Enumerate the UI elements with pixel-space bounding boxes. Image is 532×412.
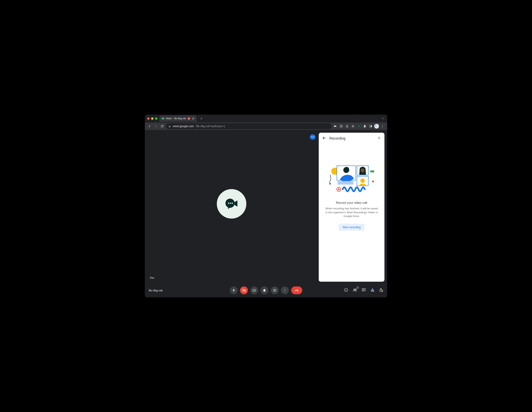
svg-point-60: [382, 291, 382, 291]
camera-indicator-icon[interactable]: [332, 123, 338, 129]
window-traffic-lights: [147, 117, 157, 120]
svg-point-12: [382, 125, 383, 125]
hand-icon: [263, 289, 266, 292]
panel-title: Recording: [329, 137, 374, 141]
panel-close-button[interactable]: [377, 136, 381, 141]
present-button[interactable]: [271, 286, 279, 294]
url-host: meet.google.com: [173, 125, 194, 128]
panel-description: When recording has finished, it will be …: [323, 207, 380, 218]
svg-text:CC: CC: [253, 290, 255, 291]
present-icon: [273, 289, 276, 292]
browser-tab[interactable]: Meet – ftk-rfkg-vdr: [159, 115, 197, 122]
toolbar-right: [332, 123, 385, 129]
svg-point-28: [359, 166, 359, 167]
svg-rect-25: [338, 181, 353, 184]
camera-toggle-button[interactable]: [240, 286, 248, 294]
svg-point-59: [381, 290, 383, 292]
extension-meet-icon[interactable]: [356, 123, 362, 129]
meeting-details-button[interactable]: [344, 288, 348, 293]
start-recording-button[interactable]: Start recording: [339, 224, 365, 231]
bookmark-icon[interactable]: [350, 123, 356, 129]
info-icon: [344, 288, 348, 292]
self-avatar: [217, 189, 246, 219]
self-video-tile: [147, 132, 316, 282]
browser-menu-button[interactable]: [380, 123, 385, 129]
panel-body: Record your video call When recording ha…: [319, 144, 384, 282]
tab-title: Meet – ftk-rfkg-vdr: [166, 117, 186, 120]
svg-point-33: [358, 177, 358, 178]
svg-rect-50: [346, 289, 346, 289]
svg-rect-4: [334, 126, 336, 127]
open-external-icon[interactable]: [338, 123, 344, 129]
mic-toggle-button[interactable]: [230, 286, 238, 294]
svg-point-23: [340, 166, 340, 167]
window-maximize-button[interactable]: [155, 117, 157, 120]
activities-button[interactable]: [370, 288, 375, 293]
leave-call-button[interactable]: [291, 286, 302, 294]
browser-window: Meet – ftk-rfkg-vdr meet.google.com/ftk-…: [145, 115, 387, 297]
svg-rect-3: [169, 126, 170, 127]
chat-button[interactable]: [362, 288, 366, 293]
svg-point-46: [285, 290, 285, 291]
participants-count-badge: 1: [356, 286, 359, 289]
sidepanel-icon[interactable]: [368, 123, 373, 129]
meeting-code[interactable]: ftk-rfkg-vdr: [149, 289, 188, 292]
svg-rect-37: [370, 170, 374, 172]
tab-strip: Meet – ftk-rfkg-vdr: [145, 115, 387, 122]
camera-off-icon: [242, 288, 246, 292]
more-vert-icon: [283, 289, 287, 292]
svg-point-16: [228, 203, 229, 204]
svg-point-27: [358, 166, 358, 167]
shapes-icon: [370, 288, 375, 292]
more-options-button[interactable]: [281, 286, 289, 294]
call-controls: CC: [230, 286, 302, 294]
cc-icon: CC: [252, 288, 256, 292]
window-minimize-button[interactable]: [151, 117, 153, 120]
mic-icon: [232, 289, 236, 292]
svg-point-29: [360, 166, 360, 167]
svg-point-17: [230, 203, 231, 204]
new-tab-button[interactable]: [199, 116, 204, 121]
address-bar[interactable]: meet.google.com/ftk-rfkg-vdr?authuser=1: [166, 123, 332, 129]
share-icon[interactable]: [344, 123, 350, 129]
tile-more-button[interactable]: [310, 134, 315, 140]
svg-point-52: [355, 289, 356, 290]
meet-favicon-icon: [161, 117, 164, 120]
svg-point-11: [375, 124, 376, 125]
svg-rect-57: [373, 290, 374, 292]
recording-illustration: [329, 162, 374, 195]
browser-toolbar: meet.google.com/ftk-rfkg-vdr?authuser=1: [145, 122, 387, 130]
tab-recording-indicator-icon[interactable]: [188, 117, 190, 120]
panel-back-button[interactable]: [322, 136, 326, 141]
extensions-icon[interactable]: [362, 123, 368, 129]
host-controls-button[interactable]: [379, 288, 383, 293]
captions-button[interactable]: CC: [250, 286, 258, 294]
panel-header: Recording: [319, 133, 384, 144]
svg-point-35: [360, 177, 360, 178]
svg-rect-49: [346, 290, 346, 291]
self-tile-label: You: [150, 276, 154, 279]
back-button[interactable]: [147, 123, 152, 129]
chat-icon: [362, 288, 366, 292]
participants-button[interactable]: 1: [352, 288, 357, 293]
url-path: /ftk-rfkg-vdr?authuser=1: [196, 125, 225, 128]
hangup-icon: [294, 288, 299, 293]
tab-list-button[interactable]: [380, 116, 386, 121]
svg-rect-53: [362, 289, 366, 291]
profile-avatar[interactable]: [374, 123, 379, 129]
raise-hand-button[interactable]: [260, 286, 268, 294]
meet-bottom-bar: ftk-rfkg-vdr CC: [145, 283, 387, 297]
svg-rect-40: [233, 289, 234, 291]
meet-app: You Recording: [145, 130, 387, 297]
recording-panel: Recording: [319, 133, 384, 282]
panel-heading: Record your video call: [336, 201, 367, 205]
window-close-button[interactable]: [147, 117, 150, 120]
svg-point-21: [338, 166, 338, 167]
reload-button[interactable]: [159, 123, 165, 129]
tab-close-button[interactable]: [192, 117, 195, 120]
svg-point-13: [382, 126, 383, 126]
svg-point-56: [371, 290, 372, 292]
svg-point-14: [382, 127, 383, 127]
bottom-right-icons: 1: [344, 288, 383, 293]
svg-point-45: [285, 289, 285, 290]
